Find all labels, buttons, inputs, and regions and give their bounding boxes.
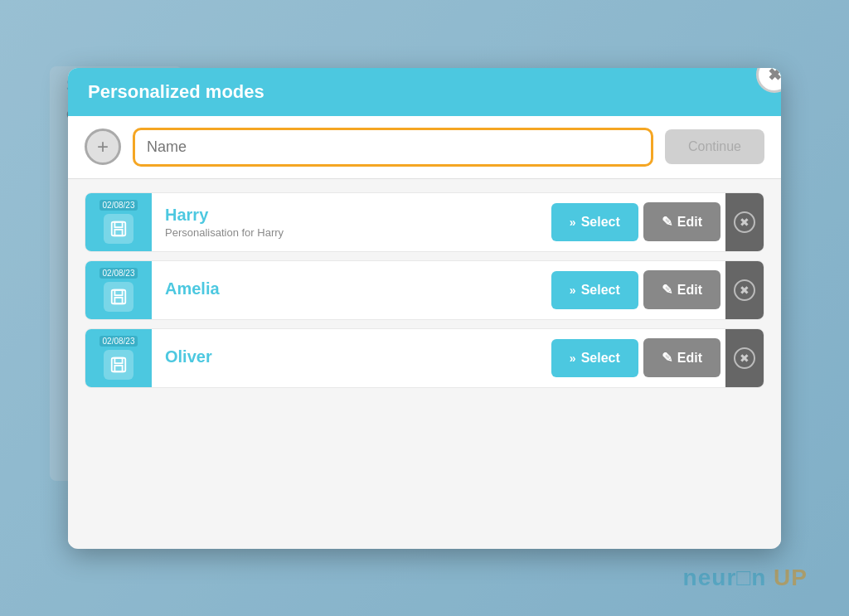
edit-icon-harry: ✎ [662,214,672,230]
modal-backdrop: Personalized modes ✖ + Continue 02/08/23 [0,0,849,616]
profile-date-oliver: 02/08/23 [99,336,138,347]
continue-button[interactable]: Continue [665,129,764,164]
delete-icon-oliver: ✖ [734,347,755,369]
edit-label-harry: Edit [677,215,702,230]
svg-rect-7 [114,358,122,363]
profile-icon-harry: 02/08/23 [85,193,152,251]
name-input[interactable] [137,132,649,162]
plus-icon: + [97,135,109,158]
edit-button-oliver[interactable]: ✎ Edit [643,338,720,377]
delete-icon-amelia: ✖ [734,279,755,301]
edit-icon-oliver: ✎ [662,350,672,366]
edit-icon-amelia: ✎ [662,282,672,298]
profile-name-oliver: Oliver [165,347,538,366]
profile-actions-amelia: » Select ✎ Edit [551,270,725,309]
profile-actions-oliver: » Select ✎ Edit [551,338,725,377]
save-icon-oliver [104,350,133,380]
select-arrow-icon-amelia: » [570,284,576,297]
modal-container: Personalized modes ✖ + Continue 02/08/23 [68,68,781,549]
profile-actions-harry: » Select ✎ Edit [551,202,725,241]
profile-item-oliver: 02/08/23 Oliver » [85,328,764,388]
name-input-wrapper [133,128,653,167]
edit-label-oliver: Edit [677,351,702,366]
delete-button-harry[interactable]: ✖ [725,193,764,251]
modal-header: Personalized modes [68,68,781,116]
save-icon-amelia [104,282,133,312]
profile-date-amelia: 02/08/23 [99,268,138,279]
modal-body: 02/08/23 Harry Personalisation for Harry [68,179,781,544]
select-button-harry[interactable]: » Select [551,203,638,241]
select-arrow-icon-harry: » [570,216,576,229]
save-icon-harry [104,214,133,244]
delete-button-amelia[interactable]: ✖ [725,261,764,319]
close-icon: ✖ [768,68,782,85]
profile-icon-amelia: 02/08/23 [85,261,152,319]
edit-button-amelia[interactable]: ✎ Edit [643,270,720,309]
select-label-oliver: Select [581,351,620,366]
svg-rect-4 [114,290,122,295]
add-button[interactable]: + [85,129,121,165]
delete-icon-harry: ✖ [734,211,755,233]
profile-name-harry: Harry [165,206,538,225]
svg-rect-1 [114,222,122,227]
svg-rect-8 [114,366,122,371]
profile-icon-oliver: 02/08/23 [85,329,152,387]
profile-item-amelia: 02/08/23 Amelia » [85,260,764,320]
svg-rect-5 [114,298,122,303]
select-label-amelia: Select [581,283,620,298]
select-label-harry: Select [581,215,620,230]
profile-item-harry: 02/08/23 Harry Personalisation for Harry [85,192,764,252]
modal-toolbar: + Continue [68,116,781,179]
modal-header-wrapper: Personalized modes ✖ [68,68,781,116]
profile-info-harry: Harry Personalisation for Harry [152,197,551,247]
edit-label-amelia: Edit [677,283,702,298]
profile-date-harry: 02/08/23 [99,200,138,211]
select-button-amelia[interactable]: » Select [551,271,638,309]
profile-name-amelia: Amelia [165,279,538,298]
delete-button-oliver[interactable]: ✖ [725,329,764,387]
profile-sub-harry: Personalisation for Harry [165,226,538,239]
edit-button-harry[interactable]: ✎ Edit [643,202,720,241]
select-arrow-icon-oliver: » [570,352,576,365]
svg-rect-2 [114,230,122,235]
profile-info-amelia: Amelia [152,271,551,308]
profile-info-oliver: Oliver [152,339,551,376]
modal-title: Personalized modes [88,81,264,103]
select-button-oliver[interactable]: » Select [551,339,638,377]
